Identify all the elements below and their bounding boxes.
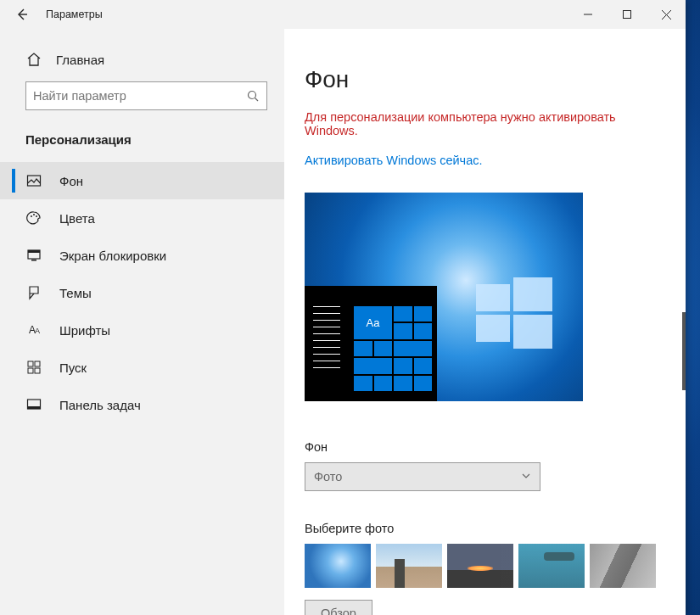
- svg-rect-10: [35, 361, 40, 366]
- fonts-icon: AA: [25, 321, 42, 338]
- nav-list: Фон Цвета Экран блокировки: [0, 162, 284, 423]
- nav-label: Пуск: [59, 361, 87, 375]
- page-title: Фон: [305, 66, 665, 93]
- svg-point-1: [248, 91, 255, 98]
- nav-item-fonts[interactable]: AA Шрифты: [0, 311, 284, 349]
- preview-startmenu: Aa: [305, 286, 437, 401]
- photo-thumb-5[interactable]: [590, 544, 656, 588]
- svg-rect-0: [624, 11, 631, 19]
- start-icon: [25, 359, 42, 376]
- activation-warning: Для персонализации компьютера нужно акти…: [305, 110, 665, 137]
- photo-thumb-1[interactable]: [305, 544, 371, 588]
- close-button[interactable]: [647, 0, 686, 29]
- minimize-button[interactable]: [568, 0, 608, 29]
- photo-thumbnails: [305, 544, 665, 588]
- picture-icon: [25, 172, 42, 189]
- svg-rect-14: [28, 406, 41, 409]
- svg-point-3: [31, 215, 32, 217]
- background-label: Фон: [305, 440, 665, 454]
- svg-rect-8: [31, 260, 36, 261]
- section-heading: Персонализация: [0, 132, 284, 162]
- svg-point-4: [33, 214, 35, 215]
- preview-tile-aa: Aa: [354, 306, 392, 339]
- activate-link[interactable]: Активировать Windows сейчас.: [305, 154, 483, 167]
- chevron-down-icon: [521, 470, 531, 484]
- lockscreen-icon: [25, 247, 42, 264]
- home-label: Главная: [56, 53, 104, 67]
- photo-thumb-3[interactable]: [447, 544, 513, 588]
- back-button[interactable]: [12, 4, 32, 25]
- nav-label: Темы: [59, 286, 92, 300]
- sidebar: Главная Персонализация Фон: [0, 29, 284, 615]
- photo-thumb-4[interactable]: [518, 544, 585, 588]
- taskbar-icon: [25, 396, 42, 413]
- main-content: Фон Для персонализации компьютера нужно …: [284, 29, 686, 615]
- scrollbar-thumb[interactable]: [682, 312, 686, 390]
- svg-rect-11: [28, 368, 33, 373]
- titlebar: Параметры: [0, 0, 686, 29]
- window-title: Параметры: [46, 8, 103, 20]
- search-icon: [239, 90, 266, 103]
- home-icon: [25, 51, 42, 68]
- svg-rect-7: [28, 250, 40, 253]
- nav-item-lockscreen[interactable]: Экран блокировки: [0, 237, 284, 274]
- nav-label: Панель задач: [59, 398, 141, 412]
- photo-thumb-2[interactable]: [376, 544, 442, 588]
- maximize-button[interactable]: [608, 0, 647, 29]
- preview-window-glyph: [476, 277, 552, 352]
- home-button[interactable]: Главная: [0, 44, 284, 81]
- svg-rect-9: [28, 361, 33, 366]
- settings-window: Параметры Главная: [0, 0, 686, 615]
- nav-item-background[interactable]: Фон: [0, 162, 284, 199]
- background-preview: Aa: [305, 193, 583, 401]
- nav-item-themes[interactable]: Темы: [0, 274, 284, 311]
- svg-rect-12: [35, 368, 40, 373]
- dropdown-value: Фото: [314, 470, 342, 484]
- nav-item-start[interactable]: Пуск: [0, 349, 284, 386]
- nav-label: Цвета: [59, 211, 95, 226]
- themes-icon: [25, 284, 42, 301]
- nav-label: Фон: [59, 174, 83, 188]
- search-input[interactable]: [26, 82, 239, 109]
- nav-label: Экран блокировки: [59, 249, 166, 263]
- nav-item-taskbar[interactable]: Панель задач: [0, 386, 284, 423]
- background-dropdown: Фото: [305, 462, 540, 491]
- nav-item-colors[interactable]: Цвета: [0, 199, 284, 237]
- svg-point-5: [36, 215, 37, 217]
- browse-button: Обзор: [305, 600, 372, 615]
- choose-photo-label: Выберите фото: [305, 522, 665, 535]
- search-box[interactable]: [25, 81, 267, 110]
- nav-label: Шрифты: [59, 323, 110, 338]
- palette-icon: [25, 210, 42, 226]
